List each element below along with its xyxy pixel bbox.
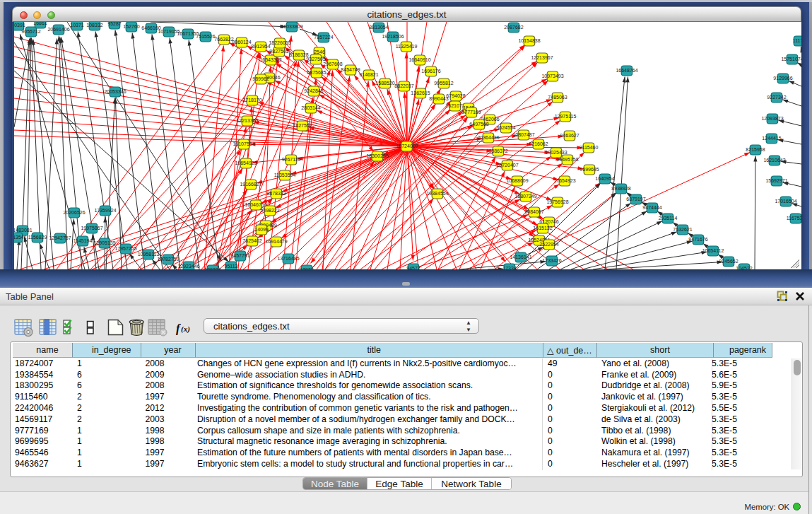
svg-text:16107554: 16107554: [233, 141, 254, 146]
svg-text:19166827: 19166827: [240, 182, 261, 187]
svg-text:9777169: 9777169: [461, 110, 481, 115]
svg-text:17359924: 17359924: [94, 208, 116, 213]
svg-text:18724007: 18724007: [396, 144, 418, 148]
svg-text:20053346: 20053346: [104, 89, 126, 94]
svg-text:16648764: 16648764: [616, 68, 637, 73]
svg-text:12923446: 12923446: [177, 264, 199, 269]
svg-text:16033809: 16033809: [281, 24, 302, 29]
svg-text:9242848: 9242848: [304, 88, 323, 93]
svg-text:7663822: 7663822: [214, 37, 233, 42]
svg-text:12213967: 12213967: [531, 55, 553, 60]
svg-text:17654923: 17654923: [553, 178, 575, 183]
svg-text:9245652: 9245652: [719, 259, 738, 264]
svg-text:10688609: 10688609: [506, 178, 528, 183]
svg-text:9055712: 9055712: [21, 29, 40, 34]
svg-text:12093873: 12093873: [761, 116, 783, 121]
svg-text:8938928: 8938928: [611, 186, 630, 191]
svg-text:16640910: 16640910: [408, 57, 430, 62]
svg-text:16495758: 16495758: [556, 157, 578, 162]
svg-text:8216062: 8216062: [529, 141, 548, 146]
svg-text:989962: 989962: [252, 76, 269, 81]
svg-text:2935114: 2935114: [658, 216, 677, 221]
svg-text:7485063: 7485063: [548, 95, 567, 100]
svg-text:14136141: 14136141: [510, 255, 531, 259]
svg-text:18807249: 18807249: [514, 194, 536, 199]
svg-text:9955812: 9955812: [434, 81, 453, 86]
svg-text:1145194: 1145194: [73, 238, 92, 243]
svg-text:20206526: 20206526: [63, 210, 85, 215]
svg-text:1621072: 1621072: [445, 103, 464, 108]
svg-text:9327505: 9327505: [306, 57, 325, 62]
svg-text:12942757: 12942757: [49, 235, 71, 240]
svg-text:10025433: 10025433: [545, 150, 567, 155]
svg-text:12975115: 12975115: [554, 114, 576, 119]
svg-text:10371: 10371: [70, 23, 84, 28]
svg-text:10958113: 10958113: [137, 252, 159, 257]
svg-text:5875685: 5875685: [307, 70, 326, 75]
svg-text:8878332: 8878332: [266, 191, 286, 196]
svg-text:19975867: 19975867: [81, 226, 102, 230]
svg-text:8822037: 8822037: [394, 83, 413, 88]
svg-text:8215958: 8215958: [746, 147, 765, 152]
svg-text:8454749: 8454749: [341, 67, 360, 72]
svg-text:7625402: 7625402: [242, 238, 261, 243]
svg-text:19756928: 19756928: [546, 199, 568, 204]
svg-text:16046756: 16046756: [245, 202, 266, 207]
svg-text:18300295: 18300295: [366, 153, 388, 158]
svg-text:11353594: 11353594: [273, 173, 295, 177]
svg-text:9463627: 9463627: [560, 133, 579, 138]
svg-text:7857224: 7857224: [314, 35, 333, 40]
svg-text:12905135: 12905135: [93, 240, 115, 245]
svg-text:95113: 95113: [224, 264, 237, 269]
svg-text:18226055: 18226055: [269, 40, 290, 45]
svg-text:1244415: 1244415: [762, 136, 781, 141]
svg-text:2087682: 2087682: [504, 25, 523, 30]
svg-text:19218506: 19218506: [382, 34, 404, 39]
svg-text:14099: 14099: [254, 227, 269, 232]
svg-text:9474444: 9474444: [642, 205, 661, 210]
svg-text:2522954: 2522954: [539, 242, 558, 247]
svg-text:16914479: 16914479: [265, 239, 287, 244]
svg-text:17957255: 17957255: [114, 246, 136, 251]
svg-text:2546: 2546: [314, 49, 325, 54]
svg-text:1615132: 1615132: [533, 226, 552, 230]
svg-text:16543362: 16543362: [259, 57, 281, 62]
svg-text:9699695: 9699695: [579, 167, 599, 172]
svg-text:7515526: 7515526: [196, 34, 215, 39]
svg-text:7632621: 7632621: [673, 227, 692, 232]
svg-text:9146821: 9146821: [359, 72, 378, 77]
svg-text:15692971: 15692971: [765, 178, 787, 183]
svg-text:13716485: 13716485: [277, 256, 299, 261]
svg-text:10973493: 10973493: [541, 74, 563, 78]
svg-text:10807487: 10807487: [512, 132, 534, 137]
svg-text:1427552: 1427552: [293, 123, 312, 128]
svg-text:8471676: 8471676: [688, 237, 707, 242]
svg-text:8860124: 8860124: [232, 40, 251, 45]
svg-text:108332: 108332: [86, 23, 102, 28]
svg-text:6879197: 6879197: [626, 197, 645, 201]
svg-text:152760: 152760: [123, 24, 139, 29]
svg-text:19654923: 19654923: [235, 160, 257, 165]
svg-text:16210643: 16210643: [763, 158, 785, 163]
svg-text:9313541: 9313541: [14, 235, 27, 240]
svg-text:f: f: [176, 322, 181, 335]
svg-text:12213363: 12213363: [236, 118, 258, 123]
svg-text:11325419: 11325419: [395, 44, 417, 49]
svg-text:5498222: 5498222: [260, 208, 279, 213]
svg-text:16861: 16861: [33, 22, 47, 25]
svg-text:16782759: 16782759: [157, 257, 179, 262]
svg-text:9457791: 9457791: [230, 253, 249, 258]
svg-text:19384554: 19384554: [426, 191, 448, 196]
svg-text:6794028: 6794028: [446, 93, 465, 98]
svg-text:10654112: 10654112: [702, 248, 724, 253]
svg-text:9827505: 9827505: [269, 49, 288, 54]
svg-text:9129966: 9129966: [773, 76, 792, 81]
svg-text:9227342: 9227342: [767, 95, 786, 100]
svg-text:3624554: 3624554: [496, 125, 515, 130]
svg-text:7386372: 7386372: [488, 148, 507, 153]
svg-text:1640954: 1640954: [595, 176, 614, 181]
svg-text:6497568: 6497568: [469, 122, 488, 127]
svg-text:20391: 20391: [14, 23, 25, 28]
svg-text:2967608: 2967608: [323, 62, 342, 66]
svg-text:1167533: 1167533: [786, 216, 801, 221]
